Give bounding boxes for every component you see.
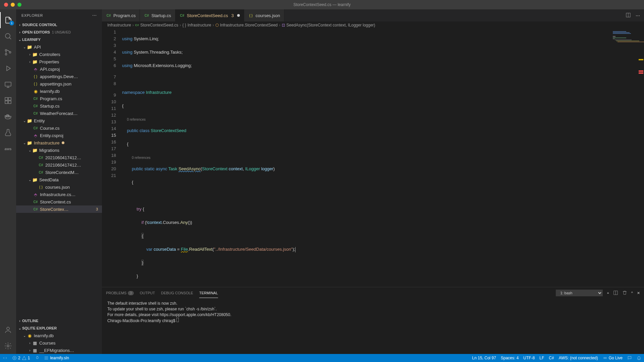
db-courses[interactable]: ›▦Courses bbox=[16, 339, 102, 347]
breadcrumbs[interactable]: Infrastructure› C#StoreContextSeed.cs› {… bbox=[102, 21, 644, 29]
sln-status[interactable]: learnify.sln bbox=[44, 356, 69, 360]
bc-class: ⬡Infrastructure.StoreContextSeed bbox=[215, 23, 278, 27]
file-appsettings[interactable]: { }appsettings.json bbox=[16, 80, 102, 87]
folder-api[interactable]: ⌄📁API bbox=[16, 43, 102, 51]
window-minimize[interactable] bbox=[11, 3, 15, 7]
tab-bar: C#Program.cs C#Startup.cs C#StoreContext… bbox=[102, 9, 644, 21]
section-open-editors[interactable]: ›OPEN EDITORS1 UNSAVED bbox=[16, 28, 102, 36]
code-content[interactable]: using System.Linq; using System.Threadin… bbox=[122, 29, 644, 287]
file-entity-csproj[interactable]: ⬘Entity.csproj bbox=[16, 132, 102, 139]
extensions-icon[interactable] bbox=[0, 93, 16, 109]
file-startup-cs[interactable]: C#Startup.cs bbox=[16, 102, 102, 110]
panel-tab-problems[interactable]: PROBLEMS3 bbox=[106, 288, 134, 298]
kill-terminal-icon[interactable] bbox=[622, 290, 627, 296]
sidebar-title: EXPLORER bbox=[21, 13, 92, 17]
new-terminal-icon[interactable]: + bbox=[607, 291, 609, 295]
window-close[interactable] bbox=[4, 3, 8, 7]
file-program-cs[interactable]: C#Program.cs bbox=[16, 95, 102, 102]
problems-status[interactable]: 21 bbox=[12, 356, 30, 360]
testing-icon[interactable] bbox=[0, 125, 16, 141]
flame-status[interactable] bbox=[35, 356, 39, 360]
run-debug-icon[interactable] bbox=[0, 60, 16, 76]
explorer-badge: 1 bbox=[9, 21, 14, 25]
section-source-control[interactable]: ›SOURCE CONTROL bbox=[16, 21, 102, 28]
feedback-icon[interactable] bbox=[627, 356, 632, 360]
line-gutter: 123456 78 9101112131415161718192021 bbox=[102, 29, 122, 287]
panel: PROBLEMS3 OUTPUT DEBUG CONSOLE TERMINAL … bbox=[102, 287, 644, 354]
db-efmigrations[interactable]: ›▦__EFMigrations… bbox=[16, 347, 102, 354]
close-panel-icon[interactable]: ✕ bbox=[637, 291, 640, 295]
folder-entity[interactable]: ⌄📁Entity bbox=[16, 117, 102, 124]
split-terminal-icon[interactable] bbox=[613, 290, 618, 296]
minimap[interactable] bbox=[610, 29, 644, 287]
window-maximize[interactable] bbox=[17, 3, 21, 7]
section-learnify[interactable]: ⌄LEARNIFY bbox=[16, 36, 102, 43]
maximize-panel-icon[interactable]: ^ bbox=[631, 291, 633, 295]
file-storecontextseed[interactable]: C#StoreContex…3 bbox=[16, 205, 102, 213]
more-actions-icon[interactable]: ⋯ bbox=[636, 13, 640, 18]
db-learnify[interactable]: ⌄◉learnify.db bbox=[16, 332, 102, 339]
docker-icon[interactable] bbox=[0, 109, 16, 125]
settings-gear-icon[interactable] bbox=[0, 338, 16, 354]
bc-folder: Infrastructure bbox=[107, 23, 131, 27]
cursor-position[interactable]: Ln 15, Col 97 bbox=[472, 356, 496, 360]
statusbar: 21 learnify.sln Ln 15, Col 97 Spaces: 4 … bbox=[0, 354, 644, 362]
file-infra-csproj[interactable]: ⬘Infrastructure.cs… bbox=[16, 191, 102, 198]
panel-tab-terminal[interactable]: TERMINAL bbox=[199, 288, 218, 298]
folder-migrations[interactable]: ⌄📁Migrations bbox=[16, 146, 102, 154]
file-storecontext[interactable]: C#StoreContext.cs bbox=[16, 198, 102, 205]
eol-status[interactable]: LF bbox=[539, 356, 544, 360]
tab-program[interactable]: C#Program.cs bbox=[102, 9, 140, 21]
search-icon[interactable] bbox=[0, 28, 16, 44]
encoding-status[interactable]: UTF-8 bbox=[523, 356, 535, 360]
tab-storecontextseed[interactable]: C#StoreContextSeed.cs3 bbox=[175, 9, 244, 21]
folder-seeddata[interactable]: ⌄📁SeedData bbox=[16, 176, 102, 183]
file-api-csproj[interactable]: ⬘API.csproj bbox=[16, 65, 102, 73]
svg-point-9 bbox=[7, 327, 9, 330]
sidebar-more-icon[interactable]: ⋯ bbox=[92, 13, 97, 18]
file-migration-1[interactable]: C#2021060417412… bbox=[16, 154, 102, 161]
svg-point-3 bbox=[9, 52, 11, 53]
svg-point-14 bbox=[604, 357, 606, 359]
aws-status[interactable]: AWS: (not connected) bbox=[559, 356, 598, 360]
section-outline[interactable]: ›OUTLINE bbox=[16, 317, 102, 324]
folder-infrastructure[interactable]: ⌄📁Infrastructure bbox=[16, 139, 102, 146]
language-status[interactable]: C# bbox=[549, 356, 554, 360]
explorer-icon[interactable]: 1 bbox=[0, 12, 16, 28]
svg-point-1 bbox=[5, 50, 7, 51]
split-editor-icon[interactable] bbox=[626, 12, 631, 19]
svg-rect-6 bbox=[8, 98, 11, 100]
tab-startup[interactable]: C#Startup.cs bbox=[140, 9, 175, 21]
bell-icon[interactable] bbox=[637, 356, 641, 360]
folder-controllers[interactable]: ›📁Controllers bbox=[16, 51, 102, 58]
go-live[interactable]: Go Live bbox=[603, 356, 623, 360]
panel-tab-debug[interactable]: DEBUG CONSOLE bbox=[161, 288, 193, 298]
section-sqlite[interactable]: ⌄SQLITE EXPLORER bbox=[16, 324, 102, 332]
file-courses-json[interactable]: { }courses.json bbox=[16, 183, 102, 191]
terminal-select[interactable]: 1: bash bbox=[556, 290, 603, 296]
tab-courses-json[interactable]: { }courses.json bbox=[244, 9, 284, 21]
file-migration-2[interactable]: C#2021060417412… bbox=[16, 161, 102, 169]
indentation-status[interactable]: Spaces: 4 bbox=[501, 356, 519, 360]
svg-rect-8 bbox=[8, 101, 11, 104]
file-learnify-db[interactable]: ◉learnify.db bbox=[16, 87, 102, 95]
file-storecontext-m[interactable]: C#StoreContextM… bbox=[16, 169, 102, 176]
file-course-cs[interactable]: C#Course.cs bbox=[16, 124, 102, 132]
folder-properties[interactable]: ›📁Properties bbox=[16, 58, 102, 65]
source-control-icon[interactable] bbox=[0, 44, 16, 60]
bc-method: ⊡SeedAsync(StoreContext context, ILogger… bbox=[282, 23, 375, 27]
bc-file: C#StoreContextSeed.cs bbox=[135, 23, 178, 27]
terminal-body[interactable]: The default interactive shell is now zsh… bbox=[102, 299, 644, 354]
editor-area: C#Program.cs C#Startup.cs C#StoreContext… bbox=[102, 9, 644, 354]
svg-rect-4 bbox=[5, 82, 11, 86]
window-title: StoreContextSeed.cs — learnify bbox=[293, 2, 351, 7]
file-appsettings-dev[interactable]: { }appsettings.Deve… bbox=[16, 73, 102, 80]
file-weather[interactable]: C#WeatherForecast… bbox=[16, 110, 102, 117]
aws-icon[interactable]: aws bbox=[0, 141, 16, 157]
code-editor[interactable]: 123456 78 9101112131415161718192021 usin… bbox=[102, 29, 644, 287]
svg-point-2 bbox=[5, 54, 7, 55]
remote-icon[interactable] bbox=[0, 76, 16, 93]
accounts-icon[interactable] bbox=[0, 322, 16, 338]
remote-indicator[interactable] bbox=[3, 356, 7, 360]
panel-tab-output[interactable]: OUTPUT bbox=[140, 288, 155, 298]
